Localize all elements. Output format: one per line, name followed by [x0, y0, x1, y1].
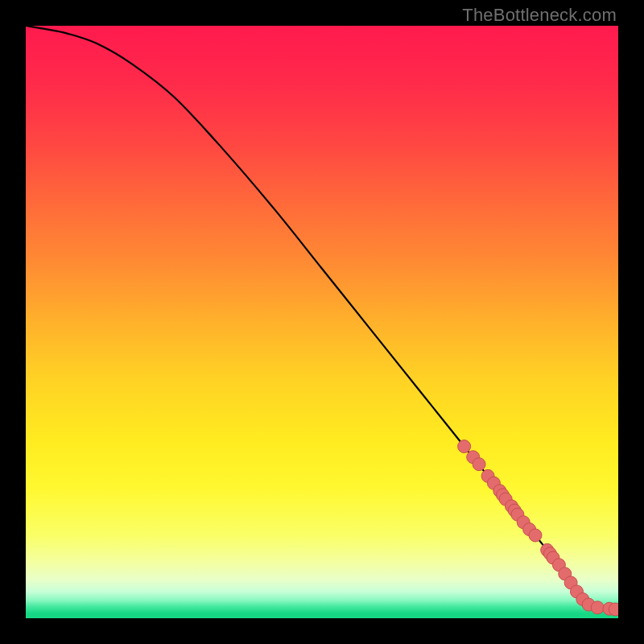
data-point	[609, 603, 618, 616]
data-point	[591, 601, 604, 614]
chart-frame: TheBottleneck.com	[0, 0, 644, 644]
data-points	[458, 440, 618, 616]
plot-area	[26, 26, 618, 618]
watermark-text: TheBottleneck.com	[462, 5, 617, 26]
data-point	[529, 529, 542, 542]
chart-overlay	[26, 26, 618, 618]
data-point	[473, 458, 485, 471]
data-point	[458, 440, 471, 453]
